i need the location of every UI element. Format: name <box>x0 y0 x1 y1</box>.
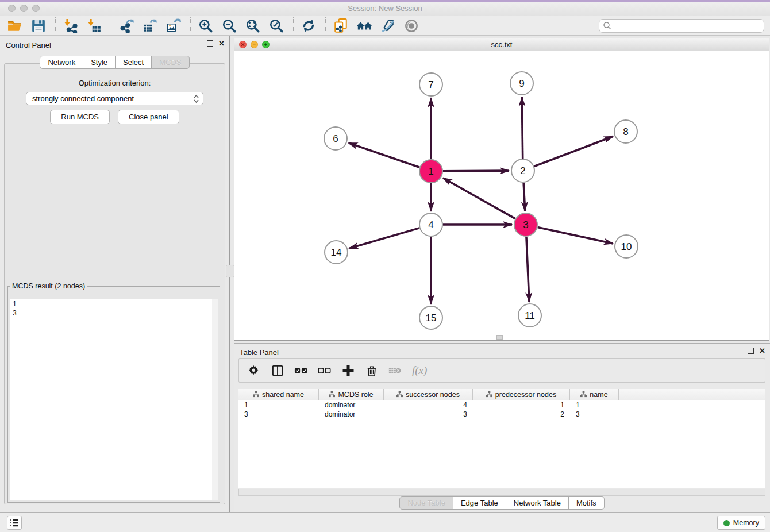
graph-node-3[interactable]: 3 <box>514 213 537 236</box>
window-titlebar: Session: New Session <box>0 2 770 16</box>
zoom-fit-icon[interactable] <box>245 18 261 34</box>
network-titlebar[interactable]: ✕ − + scc.txt <box>234 38 769 52</box>
mcds-result-box: MCDS result (2 nodes) 13 <box>7 282 220 503</box>
mcds-result-text[interactable]: 13 <box>10 299 218 500</box>
tag-slash-icon[interactable] <box>380 18 396 34</box>
memory-label: Memory <box>733 519 759 527</box>
tab-edge-table[interactable]: Edge Table <box>453 496 506 510</box>
tab-network-table[interactable]: Network Table <box>506 496 569 510</box>
graph-node-1[interactable]: 1 <box>419 160 442 183</box>
graph-node-14[interactable]: 14 <box>325 241 348 264</box>
tab-select[interactable]: Select <box>116 56 152 69</box>
tab-mcds[interactable]: MCDS <box>152 56 189 69</box>
float-panel-icon[interactable] <box>207 40 213 47</box>
graph-edge-1-6[interactable] <box>349 143 419 167</box>
close-panel-button[interactable]: Close panel <box>118 110 179 124</box>
export-table-icon[interactable] <box>142 18 158 34</box>
column-header-predecessor-nodes[interactable]: predecessor nodes <box>473 389 570 400</box>
export-network-icon[interactable] <box>118 18 134 34</box>
column-header-shared-name[interactable]: shared name <box>238 389 319 400</box>
table-cell[interactable]: 1 <box>238 400 319 410</box>
column-header-name[interactable]: name <box>570 389 619 400</box>
tab-node-table[interactable]: Node Table <box>399 496 453 510</box>
table-rows: 1dominator4113dominator323 <box>238 400 765 419</box>
table-cell[interactable]: 3 <box>570 410 619 419</box>
function-icon[interactable]: f(x) <box>412 363 427 378</box>
table-cell[interactable]: 3 <box>238 410 319 419</box>
houses-icon[interactable] <box>356 18 372 34</box>
graph-node-4[interactable]: 4 <box>419 213 442 236</box>
delete-column-icon[interactable] <box>388 363 402 378</box>
graph-edge-3-10[interactable] <box>538 227 613 243</box>
float-panel-icon[interactable] <box>748 348 754 354</box>
graph-edge-2-8[interactable] <box>534 137 613 167</box>
trash-icon[interactable] <box>365 363 379 378</box>
mcds-tab-content: Optimization criterion: strongly connect… <box>4 63 225 504</box>
graph-node-11[interactable]: 11 <box>518 304 541 327</box>
table-horizontal-scrollbar[interactable] <box>238 489 765 496</box>
graph-edge-2-3[interactable] <box>523 183 525 211</box>
table-row[interactable]: 1dominator411 <box>238 400 765 410</box>
graph-edge-4-14[interactable] <box>349 228 419 248</box>
refresh-icon[interactable] <box>301 18 317 34</box>
tab-motifs[interactable]: Motifs <box>569 496 605 510</box>
columns-icon[interactable] <box>271 363 284 378</box>
table-cell[interactable]: 1 <box>473 400 570 410</box>
clone-network-icon[interactable] <box>333 18 349 34</box>
export-image-icon[interactable] <box>165 18 182 34</box>
column-header-MCDS-role[interactable]: MCDS role <box>319 389 384 400</box>
search-field[interactable] <box>599 19 764 33</box>
graph-node-10[interactable]: 10 <box>615 235 638 258</box>
status-bar: Memory <box>0 512 770 532</box>
result-scrollbar[interactable] <box>212 299 218 500</box>
tab-style[interactable]: Style <box>83 56 116 69</box>
table-cell[interactable]: 4 <box>384 400 473 410</box>
graph-node-9[interactable]: 9 <box>510 72 533 95</box>
zoom-in-icon[interactable] <box>198 18 214 34</box>
table-toolbar: f(x) <box>238 358 765 383</box>
select-all-icon[interactable] <box>294 363 308 378</box>
svg-text:4: 4 <box>428 219 433 230</box>
import-table-icon[interactable] <box>86 18 102 34</box>
tab-network[interactable]: Network <box>40 56 83 69</box>
open-folder-icon[interactable] <box>7 18 23 34</box>
table-row[interactable]: 3dominator323 <box>238 410 765 419</box>
task-list-button[interactable] <box>7 516 22 530</box>
graph-node-6[interactable]: 6 <box>324 127 347 150</box>
memory-button[interactable]: Memory <box>717 516 765 530</box>
graph-node-7[interactable]: 7 <box>419 73 442 96</box>
add-icon[interactable] <box>341 363 355 378</box>
eye-icon[interactable] <box>403 18 419 34</box>
save-icon[interactable] <box>30 18 47 34</box>
close-panel-icon[interactable]: ✕ <box>218 40 225 47</box>
graph-node-15[interactable]: 15 <box>419 306 442 329</box>
close-panel-icon[interactable]: ✕ <box>759 348 765 354</box>
network-resize-grip[interactable] <box>496 335 503 340</box>
graph-edge-3-11[interactable] <box>526 237 529 302</box>
control-panel-title: Control Panel <box>6 41 51 49</box>
table-cell[interactable]: dominator <box>319 410 384 419</box>
column-header-successor-nodes[interactable]: successor nodes <box>384 389 473 400</box>
table-cell[interactable]: 3 <box>384 410 473 419</box>
table-cell[interactable]: 1 <box>570 400 619 410</box>
table-cell[interactable]: 2 <box>473 410 570 419</box>
graph-node-8[interactable]: 8 <box>614 120 637 143</box>
panel-splitter-grip[interactable] <box>226 265 234 277</box>
zoom-out-icon[interactable] <box>221 18 237 34</box>
graph-edge-1-2[interactable] <box>443 171 509 171</box>
deselect-all-icon[interactable] <box>318 363 332 378</box>
import-network-icon[interactable] <box>63 18 79 34</box>
gear-icon[interactable] <box>247 363 261 378</box>
result-line: 3 <box>10 309 218 318</box>
run-mcds-button[interactable]: Run MCDS <box>50 110 110 124</box>
graph-node-2[interactable]: 2 <box>511 159 534 182</box>
table-panel: Table Panel ✕ f(x) shared nam <box>234 343 770 512</box>
zoom-selected-icon[interactable] <box>268 18 284 34</box>
criterion-dropdown[interactable]: strongly connected component <box>26 92 203 105</box>
graph-edge-3-1[interactable] <box>443 178 515 219</box>
table-cell[interactable]: dominator <box>319 400 384 410</box>
control-panel: Control Panel ✕ NetworkStyleSelectMCDS O… <box>0 36 230 512</box>
graph-edge-2-9[interactable] <box>522 97 522 159</box>
search-input[interactable] <box>612 21 764 30</box>
network-canvas[interactable]: 7968124314101511 <box>234 51 769 340</box>
